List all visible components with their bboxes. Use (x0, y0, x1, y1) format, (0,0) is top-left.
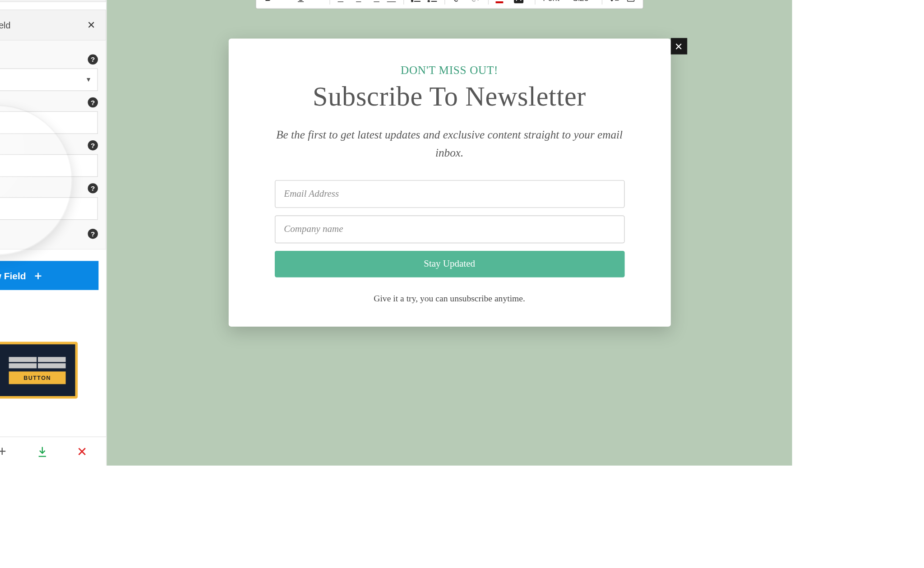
field-type-select[interactable]: Textfield (0, 68, 98, 91)
help-icon[interactable]: ? (88, 97, 98, 107)
label-field-name: Field Name (Required) (0, 140, 0, 150)
subscribe-button[interactable]: Stay Updated (274, 250, 624, 277)
newsletter-popup: ✕ DON'T MISS OUT! Subscribe To Newslette… (228, 39, 670, 327)
bottom-bar: + ✕ (0, 437, 106, 466)
help-icon[interactable]: ? (88, 183, 98, 193)
bg-color-icon[interactable]: A▾ (512, 0, 530, 5)
canvas: B I U Tx 123 A▾ A▾ Font▾ Siz (107, 0, 792, 466)
delete-icon[interactable]: ✕ (75, 444, 89, 458)
field-title: Company Name - Textfield (0, 20, 10, 30)
align-justify-icon[interactable] (384, 0, 398, 5)
layout-options: BUTTON BUTTON (0, 342, 106, 424)
field-editor: Field Type? Textfield Field Label? Field… (0, 41, 106, 249)
field-name-input[interactable] (0, 154, 98, 177)
field-label-input[interactable] (0, 111, 98, 134)
source-icon[interactable] (624, 0, 638, 5)
align-left-icon[interactable] (335, 0, 349, 5)
unordered-list-icon[interactable] (425, 0, 439, 5)
unlink-icon[interactable] (467, 0, 483, 5)
italic-icon[interactable]: I (277, 0, 291, 5)
underline-icon[interactable]: U (294, 0, 308, 5)
size-dropdown[interactable]: Size▾ (570, 0, 597, 2)
email-field[interactable] (274, 180, 624, 208)
close-icon[interactable]: ✕ (85, 19, 98, 31)
popup-footer: Give it a try, you can unsubscribe anyti… (264, 294, 635, 304)
svg-rect-14 (628, 0, 634, 1)
svg-point-13 (428, 0, 429, 2)
font-dropdown[interactable]: Font▾ (541, 0, 568, 2)
align-center-icon[interactable] (351, 0, 365, 5)
help-icon[interactable]: ? (88, 55, 98, 65)
download-icon[interactable] (35, 444, 49, 458)
field-bar-company[interactable]: Company Name - Textfield ✕ (0, 9, 106, 41)
field-bar-email[interactable]: EMAIL - Textfield ✕ (0, 0, 106, 2)
plus-icon[interactable]: + (0, 444, 9, 458)
link-icon[interactable] (450, 0, 465, 5)
section-title-form-layout: Form Layout (0, 296, 106, 323)
add-field-button[interactable]: Add New Field ＋ (0, 261, 98, 290)
popup-subtitle: Be the first to get latest updates and e… (264, 126, 635, 162)
popup-title: Subscribe To Newsletter (264, 81, 635, 112)
text-color-icon[interactable]: A▾ (494, 0, 510, 5)
label-layout: Layout (0, 327, 106, 342)
align-right-icon[interactable] (368, 0, 382, 5)
close-icon[interactable]: ✕ (670, 38, 687, 54)
help-icon[interactable]: ? (88, 140, 98, 150)
placeholder-input[interactable] (0, 197, 98, 220)
plus-icon: ＋ (32, 268, 44, 283)
ordered-list-icon[interactable]: 123 (409, 0, 423, 5)
layout-grid[interactable]: BUTTON (0, 342, 78, 399)
line-height-icon[interactable] (608, 0, 622, 5)
rich-text-toolbar: B I U Tx 123 A▾ A▾ Font▾ Siz (255, 0, 644, 9)
svg-text:3: 3 (411, 0, 413, 2)
bold-icon[interactable]: B (261, 0, 275, 5)
help-icon[interactable]: ? (88, 229, 98, 239)
popup-eyebrow: DON'T MISS OUT! (264, 64, 635, 77)
sidebar: Form Builder EMAIL - Textfield ✕ Company… (0, 0, 107, 466)
clear-format-icon[interactable]: Tx (310, 0, 324, 5)
company-field[interactable] (274, 215, 624, 243)
